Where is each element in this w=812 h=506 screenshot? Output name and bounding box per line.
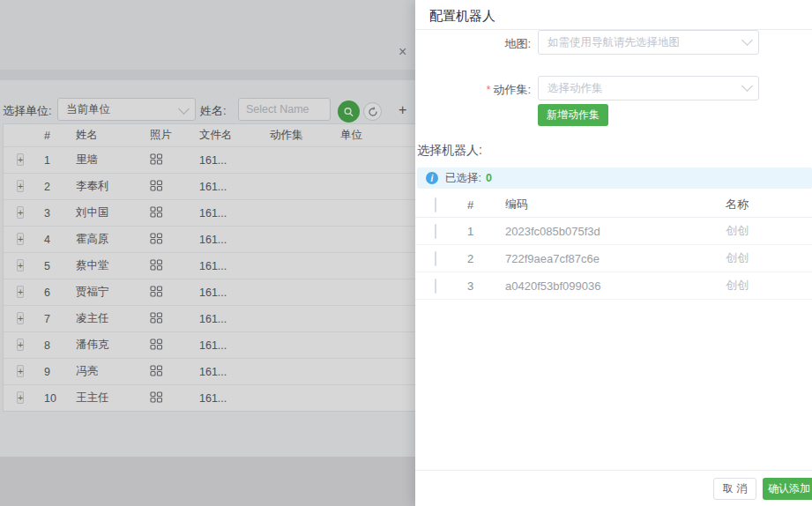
select-robot-label: 选择机器人:: [417, 143, 482, 159]
robot-name: 创创: [726, 250, 812, 266]
chevron-down-icon: [741, 34, 753, 46]
modal-overlay: [0, 0, 415, 506]
robot-code: a0420f53bf099036: [505, 279, 726, 293]
robot-index: 3: [467, 279, 505, 293]
robot-index: 1: [467, 225, 505, 238]
robot-name: 创创: [726, 223, 812, 239]
map-select[interactable]: 如需使用导航请先选择地图: [538, 30, 759, 55]
selected-info-label: 已选择:: [445, 171, 481, 186]
robot-code: 2023fc085b075f3d: [505, 225, 726, 238]
robot-table-header: # 编码 名称: [415, 192, 812, 218]
index-column-header: #: [467, 198, 505, 212]
cancel-button[interactable]: 取 消: [713, 478, 756, 500]
drawer-title: 配置机器人: [429, 8, 495, 25]
chevron-down-icon: [741, 80, 753, 92]
row-checkbox[interactable]: [435, 224, 436, 239]
add-actionset-button[interactable]: 新增动作集: [538, 104, 608, 126]
app-window: × 选择单位: 当前单位 姓名: + # 姓名: [0, 0, 812, 506]
info-icon: i: [426, 172, 438, 184]
robot-table-body: 1 2023fc085b075f3d 创创 2 722f9aea7cf87c6e…: [415, 218, 812, 300]
actionset-select-placeholder: 选择动作集: [548, 81, 603, 96]
required-asterisk: *: [487, 84, 491, 96]
map-select-placeholder: 如需使用导航请先选择地图: [548, 35, 680, 50]
actionset-select[interactable]: 选择动作集: [538, 76, 759, 100]
actionset-label-text: 动作集:: [493, 83, 531, 96]
background-page: × 选择单位: 当前单位 姓名: + # 姓名: [0, 0, 415, 506]
robot-index: 2: [467, 252, 505, 265]
selected-info-bar: i 已选择: 0: [417, 167, 812, 189]
actionset-label: *动作集:: [415, 82, 531, 98]
row-checkbox[interactable]: [435, 251, 436, 266]
robot-table: # 编码 名称 1 2023fc085b075f3d 创创 2 722f9aea…: [415, 192, 812, 300]
map-label: 地图:: [415, 36, 531, 52]
configure-robot-drawer: 配置机器人 地图: 如需使用导航请先选择地图 *动作集: 选择动作集 新增动作集…: [415, 0, 812, 506]
confirm-add-button[interactable]: 确认添加: [763, 478, 812, 500]
select-all-checkbox[interactable]: [435, 197, 436, 212]
robot-row: 1 2023fc085b075f3d 创创: [415, 218, 812, 245]
code-column-header: 编码: [505, 197, 726, 212]
drawer-footer: 取 消 确认添加: [415, 470, 812, 506]
selected-count: 0: [486, 172, 492, 184]
robot-row: 3 a0420f53bf099036 创创: [415, 272, 812, 300]
name-column-header: 名称: [726, 197, 812, 212]
robot-name: 创创: [726, 278, 812, 294]
row-checkbox[interactable]: [435, 279, 436, 294]
robot-row: 2 722f9aea7cf87c6e 创创: [415, 245, 812, 272]
robot-code: 722f9aea7cf87c6e: [505, 252, 726, 265]
